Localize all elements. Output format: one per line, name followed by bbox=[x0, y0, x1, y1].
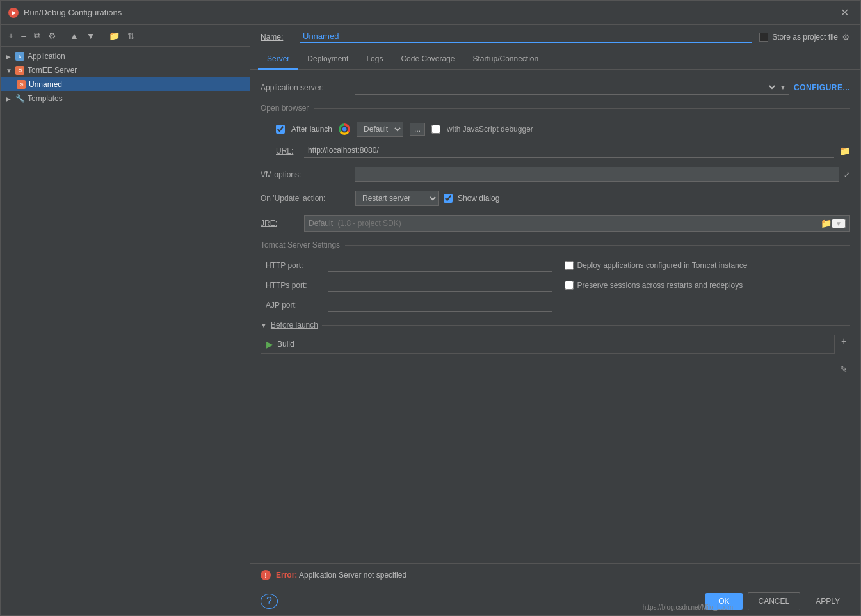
cancel-button[interactable]: CANCEL bbox=[748, 592, 801, 610]
before-launch-label: Before launch bbox=[271, 320, 318, 329]
sort-button[interactable]: ⇅ bbox=[125, 29, 138, 42]
tree-tomee-label: TomEE Server bbox=[28, 66, 77, 75]
tomcat-settings-section: Tomcat Server Settings HTTP port: Deploy… bbox=[261, 241, 850, 312]
store-project-label: Store as project file bbox=[772, 33, 838, 42]
left-panel: + – ⧉ ⚙ ▲ ▼ 📁 ⇅ ▶ A bbox=[1, 25, 250, 615]
ajp-port-label: AJP port: bbox=[266, 301, 323, 310]
vm-options-input[interactable] bbox=[355, 167, 839, 182]
vm-options-row: VM options: ⤢ bbox=[261, 167, 850, 182]
copy-button[interactable]: ⧉ bbox=[31, 29, 43, 42]
jre-dropdown-arrow[interactable]: ▼ bbox=[832, 219, 846, 228]
before-launch-edit-button[interactable]: ✎ bbox=[837, 363, 850, 375]
before-launch-header[interactable]: ▼ Before launch bbox=[261, 320, 850, 329]
http-port-input[interactable] bbox=[328, 258, 552, 272]
unnamed-icon: ⚙ bbox=[16, 79, 26, 90]
dialog-footer: ? OK CANCEL APPLY bbox=[250, 587, 860, 615]
vm-expand-button[interactable]: ⤢ bbox=[844, 170, 850, 179]
tree-item-application[interactable]: ▶ A Application bbox=[1, 49, 250, 63]
before-launch-divider bbox=[322, 325, 850, 326]
toolbar: + – ⧉ ⚙ ▲ ▼ 📁 ⇅ bbox=[1, 25, 250, 47]
deploy-apps-checkbox[interactable] bbox=[565, 261, 574, 270]
jre-sdk-text: (1.8 - project SDK) bbox=[337, 219, 401, 228]
https-port-label: HTTPs port: bbox=[266, 281, 323, 290]
tree-item-unnamed[interactable]: ⚙ Unnamed bbox=[1, 77, 250, 91]
tab-code-coverage[interactable]: Code Coverage bbox=[392, 49, 463, 70]
https-port-row: HTTPs port: bbox=[266, 278, 552, 292]
right-panel: Name: Store as project file ⚙ Server Dep… bbox=[250, 25, 860, 615]
error-message: Application Server not specified bbox=[299, 571, 406, 580]
window-title: Run/Debug Configurations bbox=[24, 8, 832, 17]
before-launch-add-button[interactable]: + bbox=[837, 335, 850, 347]
help-button[interactable]: ? bbox=[261, 594, 278, 609]
update-action-select[interactable]: Restart server bbox=[355, 191, 439, 206]
jre-input-area[interactable]: Default (1.8 - project SDK) 📁 ▼ bbox=[304, 215, 850, 232]
after-launch-checkbox[interactable] bbox=[276, 125, 285, 134]
https-port-input[interactable] bbox=[328, 278, 552, 292]
close-button[interactable]: ✕ bbox=[837, 5, 853, 20]
config-tree: ▶ A Application ▼ ⚙ TomEE Server bbox=[1, 47, 250, 615]
store-project-area: Store as project file ⚙ bbox=[759, 32, 850, 42]
jre-folder-button[interactable]: 📁 bbox=[821, 218, 832, 228]
name-input[interactable] bbox=[300, 30, 752, 43]
jre-label: JRE: bbox=[261, 219, 299, 228]
apply-button[interactable]: APPLY bbox=[805, 593, 850, 610]
preserve-sessions-row: Preserve sessions across restarts and re… bbox=[565, 278, 851, 292]
build-row[interactable]: ▶ Build bbox=[261, 335, 835, 354]
preserve-sessions-checkbox[interactable] bbox=[565, 281, 574, 290]
url-input[interactable] bbox=[304, 143, 834, 158]
before-launch-toolbar: + – ✎ bbox=[837, 335, 850, 375]
tomee-icon: ⚙ bbox=[15, 65, 25, 75]
before-launch-remove-button[interactable]: – bbox=[837, 349, 850, 361]
before-launch-content: ▶ Build + – ✎ bbox=[261, 335, 850, 375]
configure-button[interactable]: CONFIGURE... bbox=[794, 83, 850, 92]
app-server-row: Application server: ▼ CONFIGURE... bbox=[261, 80, 850, 95]
url-label: URL: bbox=[276, 146, 299, 155]
build-label: Build bbox=[277, 340, 829, 349]
url-folder-button[interactable]: 📁 bbox=[839, 146, 850, 156]
after-launch-row: After launch Default ... with JavaScript… bbox=[261, 122, 850, 137]
tree-item-templates[interactable]: ▶ 🔧 Templates bbox=[1, 91, 250, 106]
browser-select[interactable]: Default bbox=[357, 122, 403, 137]
app-server-dropdown-wrap[interactable]: ▼ bbox=[355, 80, 789, 95]
jre-row: JRE: Default (1.8 - project SDK) 📁 ▼ bbox=[261, 215, 850, 232]
move-down-button[interactable]: ▼ bbox=[84, 29, 98, 42]
watermark: https://blog.csdn.net/Milo_Luom bbox=[643, 604, 733, 611]
show-dialog-checkbox[interactable] bbox=[444, 194, 453, 203]
templates-arrow-icon: ▶ bbox=[6, 95, 15, 102]
store-gear-button[interactable]: ⚙ bbox=[842, 32, 850, 42]
add-button[interactable]: + bbox=[6, 29, 16, 42]
settings-button[interactable]: ⚙ bbox=[45, 29, 59, 42]
dropdown-arrow-icon: ▼ bbox=[777, 84, 789, 91]
error-text: Error: Application Server not specified bbox=[276, 571, 406, 580]
tab-server[interactable]: Server bbox=[258, 49, 298, 70]
move-up-button[interactable]: ▲ bbox=[67, 29, 81, 42]
app-server-select[interactable] bbox=[355, 80, 777, 94]
app-box-icon: A bbox=[15, 52, 24, 61]
ajp-port-input[interactable] bbox=[328, 298, 552, 312]
before-launch-section: ▼ Before launch ▶ Build + bbox=[261, 320, 850, 375]
vm-options-label: VM options: bbox=[261, 170, 350, 179]
store-project-checkbox[interactable] bbox=[759, 33, 768, 42]
server-form: Application server: ▼ CONFIGURE... Open … bbox=[250, 70, 860, 563]
js-debugger-label: with JavaScript debugger bbox=[447, 125, 533, 134]
remove-button[interactable]: – bbox=[19, 29, 29, 42]
name-bar: Name: Store as project file ⚙ bbox=[250, 25, 860, 49]
arrow-icon: ▶ bbox=[6, 53, 15, 60]
app-server-label: Application server: bbox=[261, 83, 350, 92]
js-debugger-checkbox[interactable] bbox=[431, 125, 440, 134]
chrome-browser-icon bbox=[339, 123, 350, 135]
deploy-apps-label: Deploy applications configured in Tomcat… bbox=[577, 261, 748, 270]
templates-icon: 🔧 bbox=[15, 93, 25, 104]
error-bar: ! Error: Application Server not specifie… bbox=[250, 563, 860, 587]
deploy-apps-row: Deploy applications configured in Tomcat… bbox=[565, 258, 851, 272]
folder-button[interactable]: 📁 bbox=[106, 29, 122, 42]
name-label: Name: bbox=[261, 33, 293, 42]
tree-item-tomee[interactable]: ▼ ⚙ TomEE Server bbox=[1, 63, 250, 77]
tab-deployment[interactable]: Deployment bbox=[298, 49, 357, 70]
tab-startup-connection[interactable]: Startup/Connection bbox=[463, 49, 547, 70]
build-run-icon: ▶ bbox=[266, 339, 273, 349]
http-port-label: HTTP port: bbox=[266, 261, 323, 270]
tab-logs[interactable]: Logs bbox=[357, 49, 392, 70]
tomee-box-icon: ⚙ bbox=[15, 66, 24, 75]
browser-more-button[interactable]: ... bbox=[410, 123, 425, 136]
